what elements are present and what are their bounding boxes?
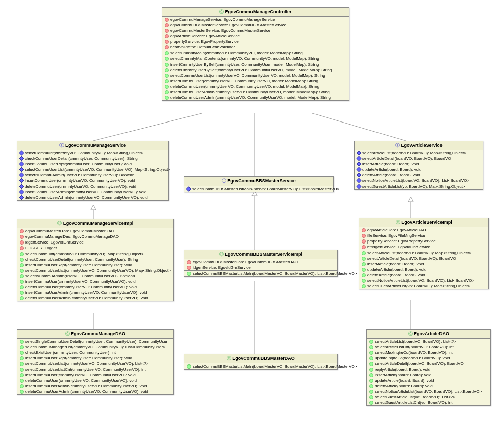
member-row: propertyService: EgovPropertyService [359,238,488,244]
class-articleDao[interactable]: ⒸEgovArticleDAO selectArticleList(boardV… [366,329,491,406]
class-icon: Ⓒ [219,252,224,257]
member-row: selectCommuUserList(cmmntyUserVO: Commun… [17,361,173,367]
member-row: selectNoticeArticleList(boardVO: BoardVO… [355,178,483,184]
member-row: checkCommuUserDetail(cmmntyUser: Communi… [17,156,168,161]
class-name: EgovArticleServiceImpl [401,220,452,225]
class-bbsService[interactable]: ⒾEgovCommuBBSMasterService selectCommuBB… [184,176,334,192]
member-row: updateInqireCo(boardVO: BoardVO): void [367,355,490,361]
class-icon: Ⓒ [396,220,400,225]
member-row: selectCommuManagerList(cmmntyVO: Communi… [17,344,173,350]
class-controller[interactable]: ⒸEgovCommuManageController egovCommuMana… [162,7,349,101]
member-row: deleteCommuUserAdmin(cmmntyUserVO: Commu… [162,95,349,100]
class-name: EgovCommuBBSMasterServiceImpl [225,252,302,257]
member-row: selectArticleList(boardVO: BoardVO): Map… [359,250,488,256]
member-row: selectGuestArticleList(vo: BoardVO): Map… [359,283,488,289]
member-row: idgenService: EgovIdGnrService [184,265,337,270]
member-row: selectCmmntyMainContents(cmmntyVO: Commu… [162,56,349,62]
class-name: EgovCommuBBSMasterService [227,178,296,184]
member-row: selectNoticeArticleList(boardVO: BoardVO… [367,389,490,394]
class-name: EgovCommuManageDAO [71,331,125,336]
member-row: deleteCommuUser(cmmntyUserVO: CommunityU… [17,184,168,189]
member-row: checkCommuUserDetail(cmmntyUser: Communi… [17,257,173,262]
member-row: deleteCommuUserAdmin(cmmntyUserVO: Commu… [17,295,173,301]
member-row: insertCommuUser(cmmntyUserVO: CommunityU… [17,372,173,378]
methods-section: selectCommuInf(cmmntyVO: CommunityVO): M… [17,150,168,200]
member-row: insertCommuUser(cmmntyUserVO: CommunityU… [17,178,168,184]
attrs-section: egovArticleDao: EgovArticleDAOfileServic… [359,227,488,250]
attrs-section: egovCommuBBSMasterDao: EgovCommuBBSMaste… [184,259,337,271]
methods-section: selectSingleCommuUserDetail(cmmntyUser: … [17,339,173,394]
member-row: selectIsCommuAdmin(userVO: CommunityUser… [17,273,173,279]
member-row: updateArticle(board: Board): void [367,378,490,383]
class-bbsImpl[interactable]: ⒸEgovCommuBBSMasterServiceImpl egovCommu… [184,250,338,277]
class-articleService[interactable]: ⒾEgovArticleService selectArticleList(bo… [354,141,483,190]
class-manageDao[interactable]: ⒸEgovCommuManageDAO selectSingleCommuUse… [17,329,174,395]
class-icon: Ⓒ [65,331,70,336]
member-row: updateArticle(board: Board): void [355,167,483,172]
member-row: selectArticleDetail(boardVO: BoardVO): B… [359,256,488,261]
member-row: insertArticle(board: Board): void [359,261,488,267]
member-row: insertArticle(board: Board): void [355,161,483,167]
member-row: selectCommuInf(cmmntyVO: CommunityVO): M… [17,150,168,156]
member-row: selectNoticeArticleList(boardVO: BoardVO… [359,278,488,283]
member-row: insertCommuUserRqst(cmmntyUser: Communit… [17,262,173,268]
member-row: deleteCommuUser(cmmntyUserVO: CommunityU… [17,378,173,383]
attrs-section: egovCommuManageService: EgovCommuManageS… [162,17,349,50]
member-row: selectGuestArticleList(vo: BoardVO): Lis… [367,394,490,400]
methods-section: selectArticleList(boardVO: BoardVO): Lis… [367,339,490,405]
member-row: egovCommuManageService: EgovCommuManageS… [162,17,349,22]
interface-icon: Ⓘ [395,143,400,148]
member-row: updateArticle(board: Board): void [359,267,488,272]
member-row: beanValidator: DefaultBeanValidator [162,44,349,50]
member-row: deleteArticle(board: Board): void [367,383,490,389]
methods-section: selectCmmntyMain(cmmntyVO: CommunityVO, … [162,50,349,100]
member-row: selectArticleListCnt(boardVO: BoardVO): … [367,344,490,350]
member-row: selectArticleDetail(boardVO: BoardVO): B… [355,156,483,161]
member-row: insertCommuUserAdmin(cmmntyUserVO: Commu… [17,189,168,195]
member-row: propertyService: EgovPropertyService [162,39,349,44]
interface-icon: Ⓘ [222,178,226,184]
member-row: insertCmmntyUserBySelf(cmmntyUser: Commu… [162,62,349,67]
member-row: selectArticleList(boardVO: BoardVO): Map… [355,150,483,156]
member-row: nttIdgenService: EgovIdGnrService [359,244,488,250]
methods-section: selectArticleList(boardVO: BoardVO): Map… [355,150,483,189]
member-row: egovArticleDao: EgovArticleDAO [359,227,488,233]
class-icon: Ⓒ [219,9,224,14]
member-row: selectArticleDetail(boardVO: BoardVO): B… [367,361,490,367]
member-row: insertArticle(board: Board): void [367,372,490,378]
member-row: deleteCommuUser(cmmntyUserVO: CommunityU… [17,284,173,290]
member-row: selectArticleList(boardVO: BoardVO): Lis… [367,339,490,344]
member-row: egovCommuMasterDao: EgovCommuMasterDAO [17,228,173,234]
member-row: selectCommuBBSMasterListMain(boardMaster… [184,363,337,369]
member-row: selectCommuUserList(cmmntyUserVO: Commun… [17,167,168,172]
member-row: insertCommuUserAdmin(cmmntyUserVO: Commu… [162,89,349,95]
member-row: selectSingleCommuUserDetail(cmmntyUser: … [17,339,173,344]
class-name: EgovCommuBBSMasterDAO [232,356,295,361]
class-manageImpl[interactable]: ⒸEgovCommuManageServiceImpl egovCommuMas… [17,219,174,301]
member-row: selectCommuUserList(cmmntyUserVO: Commun… [17,268,173,273]
svg-line-0 [93,113,202,141]
class-bbsDao[interactable]: ⒸEgovCommuBBSMasterDAO selectCommuBBSMas… [184,354,338,370]
member-row: selectGuestArticleList(vo: BoardVO): Map… [355,184,483,189]
member-row: selectCommuUserList(cmmntyUserVO: Commun… [162,73,349,78]
member-row: deleteArticle(board: Board): void [359,272,488,278]
methods-section: selectCommuBBSMasterListMain(bbsVo: Boar… [184,186,333,192]
class-name: EgovCommuManageController [225,9,291,14]
member-row: replyArticle(board: Board): void [367,367,490,372]
class-articleImpl[interactable]: ⒸEgovArticleServiceImpl egovArticleDao: … [359,218,489,289]
member-row: LOGGER: Logger [17,245,173,251]
member-row: deleteArticle(board: Board): void [355,172,483,178]
member-row: selectCommuBBSMasterListMain(bbsVo: Boar… [184,186,333,192]
member-row: selectCmmntyMain(cmmntyVO: CommunityVO, … [162,50,349,56]
member-row: egovArticleService: EgovArticleService [162,33,349,39]
member-row: insertCommuUserAdmin(cmmntyUserVO: Commu… [17,383,173,389]
member-row: insertCommuUserRqst(cmmntyUser: Communit… [17,161,168,167]
class-manageService[interactable]: ⒾEgovCommuManageService selectCommuInf(c… [17,141,169,201]
member-row: selectMaxInqireCo(boardVO: BoardVO): int [367,350,490,355]
methods-section: selectArticleList(boardVO: BoardVO): Map… [359,250,488,289]
member-row: selectGuestArticleListCnt(vo: BoardVO): … [367,400,490,405]
class-icon: Ⓒ [227,356,231,361]
class-icon: Ⓒ [57,221,62,226]
member-row: insertCommuUserRqst(cmmntyUser: Communit… [17,355,173,361]
member-row: deleteCommuUserAdmin(cmmntyUserVO: Commu… [17,195,168,200]
